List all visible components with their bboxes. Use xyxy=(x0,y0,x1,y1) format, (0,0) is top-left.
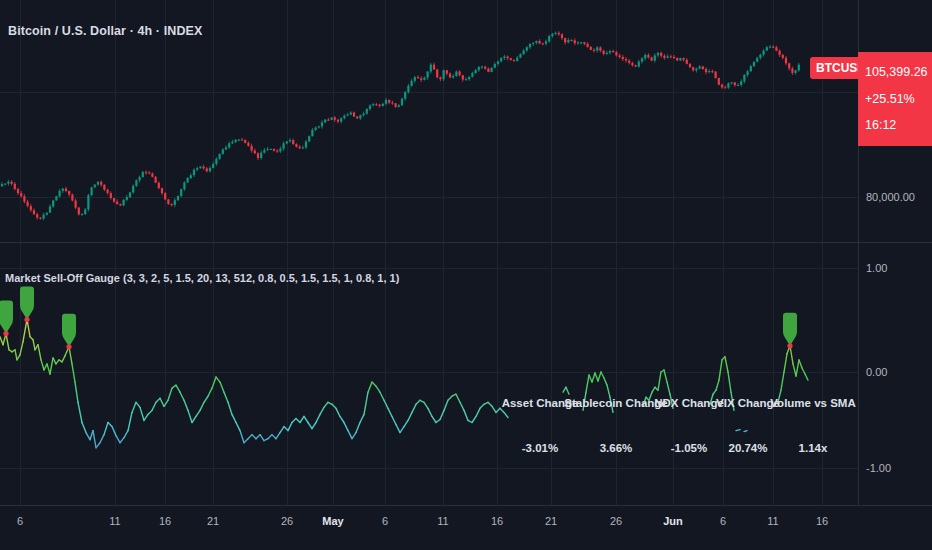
time-axis-tick: 11 xyxy=(109,515,120,527)
price-scale-label: 80,000.00 xyxy=(866,191,915,203)
symbol-legend[interactable]: Bitcoin / U.S. Dollar · 4h · INDEX xyxy=(8,24,202,38)
signal-dot-icon xyxy=(66,344,71,349)
sell-off-marker-icon xyxy=(783,313,797,346)
last-price-label: 105,399.26 +25.51% 16:12 xyxy=(858,52,932,146)
sell-off-marker-icon xyxy=(62,314,76,347)
time-axis-tick: 26 xyxy=(281,515,293,527)
price-scale-label: 1.00 xyxy=(866,262,887,274)
price-scale-label: -1.00 xyxy=(866,462,891,474)
candlestick-series xyxy=(1,31,800,220)
time-axis-tick: May xyxy=(322,515,343,527)
sell-off-marker-icon xyxy=(0,301,13,334)
time-axis-tick: 6 xyxy=(17,515,23,527)
signal-dot-icon xyxy=(3,331,8,336)
time-axis-tick: 21 xyxy=(207,515,219,527)
bar-countdown: 16:12 xyxy=(865,119,932,132)
time-axis-tick: 21 xyxy=(545,515,557,527)
signal-markers xyxy=(0,286,797,349)
indicator-legend[interactable]: Market Sell-Off Gauge (3, 3, 2, 5, 1.5, … xyxy=(5,272,399,284)
price-scale-label: 0.00 xyxy=(866,366,887,378)
time-axis-tick: 16 xyxy=(159,515,171,527)
sell-off-marker-icon xyxy=(20,286,34,319)
time-axis-tick: 16 xyxy=(491,515,503,527)
time-axis-tick: 11 xyxy=(767,515,778,527)
pane-divider[interactable] xyxy=(0,242,932,243)
time-axis-tick: Jun xyxy=(663,515,683,527)
time-axis-tick: 6 xyxy=(720,515,726,527)
time-axis-tick: 6 xyxy=(382,515,388,527)
signal-dot-icon xyxy=(787,343,792,348)
indicator-title: Market Sell-Off Gauge (3, 3, 2, 5, 1.5, … xyxy=(5,272,399,284)
signal-dot-icon xyxy=(24,317,29,322)
last-price-value: 105,399.26 xyxy=(865,66,932,79)
symbol-title: Bitcoin / U.S. Dollar · 4h · INDEX xyxy=(8,24,202,38)
time-axis[interactable]: 611162126May611162126Jun61116 xyxy=(0,505,932,550)
time-axis-tick: 11 xyxy=(437,515,448,527)
trading-chart-window: Bitcoin / U.S. Dollar · 4h · INDEX Marke… xyxy=(0,0,932,550)
last-price-change: +25.51% xyxy=(865,93,932,106)
indicator-line-series xyxy=(0,319,808,447)
time-axis-tick: 16 xyxy=(816,515,828,527)
time-axis-tick: 26 xyxy=(610,515,622,527)
